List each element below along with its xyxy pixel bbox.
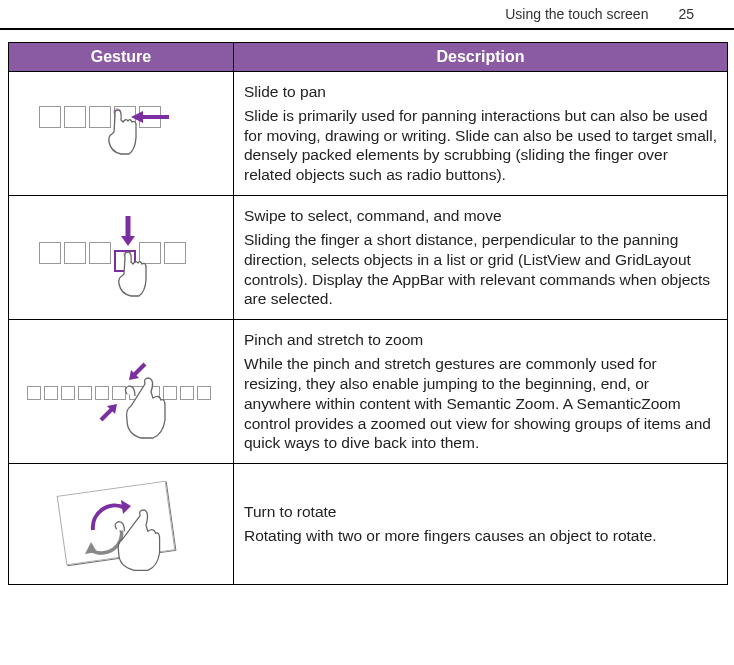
table-row: Turn to rotate Rotating with two or more… bbox=[9, 464, 728, 585]
gesture-body: Rotating with two or more fingers causes… bbox=[244, 526, 717, 546]
pointing-hand-icon bbox=[99, 102, 159, 172]
gesture-table: Gesture Description bbox=[8, 42, 728, 585]
gesture-illustration-rotate bbox=[9, 464, 234, 585]
gesture-description: Turn to rotate Rotating with two or more… bbox=[234, 464, 728, 585]
page: Using the touch screen 25 Gesture Descri… bbox=[0, 0, 734, 585]
header-rule bbox=[0, 28, 734, 30]
gesture-title: Swipe to select, command, and move bbox=[244, 206, 717, 226]
arrow-down-icon bbox=[118, 214, 138, 248]
table-row: Pinch and stretch to zoom While the pinc… bbox=[9, 320, 728, 464]
gesture-body: While the pinch and stretch gestures are… bbox=[244, 354, 717, 453]
gesture-body: Sliding the finger a short distance, per… bbox=[244, 230, 717, 309]
table-header-gesture: Gesture bbox=[9, 43, 234, 72]
pinch-hand-icon bbox=[113, 372, 193, 452]
gesture-description: Swipe to select, command, and move Slidi… bbox=[234, 196, 728, 320]
gesture-illustration-pinch bbox=[9, 320, 234, 464]
table-row: Swipe to select, command, and move Slidi… bbox=[9, 196, 728, 320]
gesture-title: Turn to rotate bbox=[244, 502, 717, 522]
gesture-description: Slide to pan Slide is primarily used for… bbox=[234, 72, 728, 196]
gesture-body: Slide is primarily used for panning inte… bbox=[244, 106, 717, 185]
gesture-illustration-swipe bbox=[9, 196, 234, 320]
section-title: Using the touch screen bbox=[505, 6, 648, 22]
svg-marker-15 bbox=[85, 542, 97, 554]
gesture-title: Slide to pan bbox=[244, 82, 717, 102]
table-row: Slide to pan Slide is primarily used for… bbox=[9, 72, 728, 196]
gesture-illustration-slide bbox=[9, 72, 234, 196]
page-header: Using the touch screen 25 bbox=[0, 6, 734, 22]
gesture-title: Pinch and stretch to zoom bbox=[244, 330, 717, 350]
page-number: 25 bbox=[678, 6, 694, 22]
rotate-hand-icon bbox=[105, 504, 183, 582]
table-header-description: Description bbox=[234, 43, 728, 72]
pointing-hand-icon bbox=[109, 244, 169, 314]
gesture-description: Pinch and stretch to zoom While the pinc… bbox=[234, 320, 728, 464]
